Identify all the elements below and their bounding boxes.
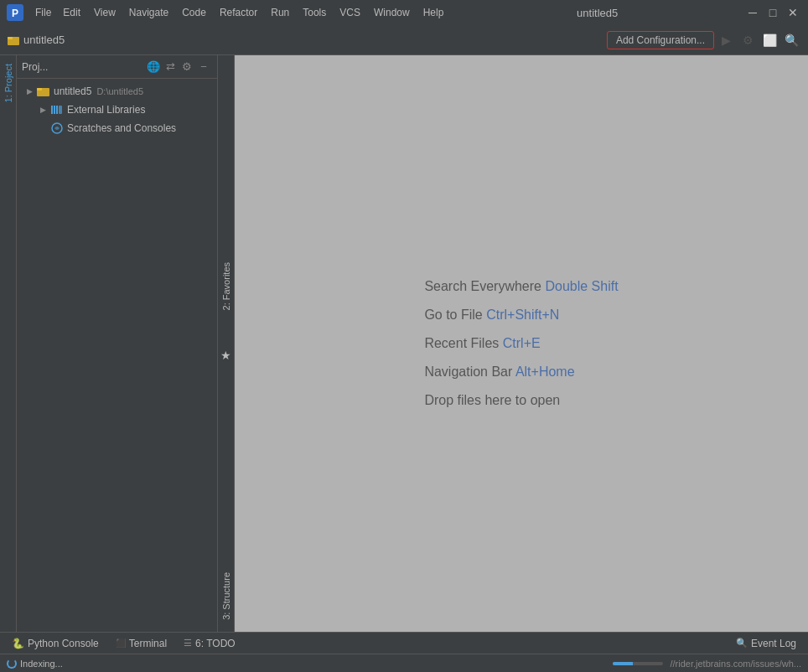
hint-search-everywhere: Search Everywhere Double Shift — [424, 279, 618, 294]
scratch-icon — [50, 121, 64, 135]
indexing-spinner — [7, 659, 17, 669]
tree-item-label-scratches: Scratches and Consoles — [67, 122, 176, 134]
add-configuration-button[interactable]: Add Configuration... — [607, 31, 714, 49]
terminal-label: Terminal — [129, 638, 167, 649]
panel-title: Proj... — [22, 61, 145, 73]
menu-refactor[interactable]: Refactor — [213, 5, 264, 20]
project-title: untitled5 — [23, 34, 65, 46]
maximize-button[interactable]: □ — [764, 4, 781, 21]
tree-item-path-untitled5: D:\untitled5 — [96, 86, 143, 96]
minimize-button[interactable]: ─ — [744, 4, 761, 21]
svg-rect-6 — [51, 106, 53, 114]
event-log-label: Event Log — [751, 638, 796, 649]
window-controls: ─ □ ✕ — [744, 4, 801, 21]
project-tree: ▶ untitled5 D:\untitled5 ▶ — [17, 79, 217, 632]
main-toolbar: untitled5 Add Configuration... ▶ ⚙ ⬜ 🔍 — [0, 25, 808, 55]
hint-drop-files: Drop files here to open — [424, 393, 560, 408]
menu-run[interactable]: Run — [264, 5, 296, 20]
bottom-tab-terminal[interactable]: ⬛ Terminal — [107, 636, 175, 651]
menu-help[interactable]: Help — [417, 5, 451, 20]
menu-vcs[interactable]: VCS — [333, 5, 367, 20]
expand-arrow-external-libraries[interactable]: ▶ — [37, 104, 49, 116]
editor-area[interactable]: Search Everywhere Double Shift Go to Fil… — [235, 55, 808, 632]
tree-item-label-untitled5: untitled5 — [54, 85, 91, 97]
event-log-icon: 🔍 — [736, 638, 748, 649]
expand-arrow-untitled5[interactable]: ▶ — [23, 85, 35, 97]
window-title: untitled5 — [450, 7, 744, 19]
bottom-tab-event-log[interactable]: 🔍 Event Log — [728, 636, 805, 651]
indexing-progress-bar — [613, 662, 663, 665]
terminal-icon: ⬛ — [116, 638, 126, 648]
status-bar: Indexing... //rider.jetbrains.com/issues… — [0, 654, 808, 672]
run-button[interactable]: ▶ — [716, 30, 736, 50]
hint-navigation-bar: Navigation Bar Alt+Home — [424, 364, 574, 380]
globe-icon-button[interactable]: 🌐 — [145, 59, 162, 75]
tree-item-label-external-libraries: External Libraries — [67, 104, 145, 116]
bottom-tab-todo[interactable]: ☰ 6: TODO — [175, 636, 244, 651]
title-bar: P File Edit View Navigate Code Refactor … — [0, 0, 808, 25]
svg-text:P: P — [12, 8, 18, 19]
menu-window[interactable]: Window — [367, 5, 417, 20]
svg-rect-8 — [56, 106, 58, 114]
tree-item-external-libraries[interactable]: ▶ External Libraries — [17, 101, 217, 119]
settings-icon-button[interactable]: ⚙ — [179, 59, 195, 75]
menu-navigate[interactable]: Navigate — [122, 5, 175, 20]
tree-item-scratches[interactable]: ▶ Scratches and Consoles — [17, 119, 217, 137]
structure-tab[interactable]: 3: Structure — [219, 567, 234, 625]
library-icon — [50, 103, 64, 116]
sidebar-tab-project[interactable]: 1: Project — [1, 59, 16, 107]
menu-tools[interactable]: Tools — [296, 5, 333, 20]
stop-button[interactable]: ⬜ — [759, 30, 780, 50]
svg-rect-3 — [8, 37, 13, 39]
bottom-bar: 🐍 Python Console ⬛ Terminal ☰ 6: TODO 🔍 … — [0, 632, 808, 654]
indexing-label: Indexing... — [20, 659, 63, 669]
indexing-status: Indexing... — [7, 659, 63, 669]
tree-item-untitled5[interactable]: ▶ untitled5 D:\untitled5 — [17, 82, 217, 101]
project-panel: Proj... 🌐 ⇄ ⚙ − ▶ untitled5 D:\untitled5 — [17, 55, 218, 632]
search-everywhere-button[interactable]: 🔍 — [781, 30, 801, 50]
python-console-label: Python Console — [28, 638, 99, 649]
project-folder-icon — [7, 34, 20, 47]
todo-label: 6: TODO — [195, 638, 236, 649]
menu-code[interactable]: Code — [175, 5, 213, 20]
app-logo: P — [7, 4, 23, 21]
svg-rect-5 — [37, 88, 42, 90]
panel-header: Proj... 🌐 ⇄ ⚙ − — [17, 55, 217, 79]
hint-goto-file: Go to File Ctrl+Shift+N — [424, 308, 559, 323]
status-right-text: //rider.jetbrains.com/issues/wh... — [670, 659, 801, 669]
star-icon: ★ — [220, 349, 231, 362]
menu-edit[interactable]: Edit — [56, 5, 87, 20]
favorites-tab[interactable]: 2: Favorites — [219, 257, 234, 315]
python-console-icon: 🐍 — [12, 638, 24, 649]
svg-rect-9 — [59, 106, 62, 114]
svg-rect-7 — [54, 106, 55, 114]
menu-file[interactable]: File — [30, 5, 56, 20]
todo-icon: ☰ — [184, 638, 192, 649]
build-button[interactable]: ⚙ — [738, 30, 758, 50]
folder-icon-untitled5 — [37, 85, 50, 98]
tree-icon-button[interactable]: ⇄ — [162, 59, 179, 75]
menu-view[interactable]: View — [87, 5, 122, 20]
indexing-progress-fill — [613, 662, 633, 665]
editor-hints: Search Everywhere Double Shift Go to Fil… — [424, 279, 618, 408]
hint-recent-files: Recent Files Ctrl+E — [424, 336, 540, 351]
bottom-tab-python-console[interactable]: 🐍 Python Console — [3, 636, 107, 651]
collapse-icon-button[interactable]: − — [195, 59, 212, 75]
close-button[interactable]: ✕ — [785, 4, 801, 21]
